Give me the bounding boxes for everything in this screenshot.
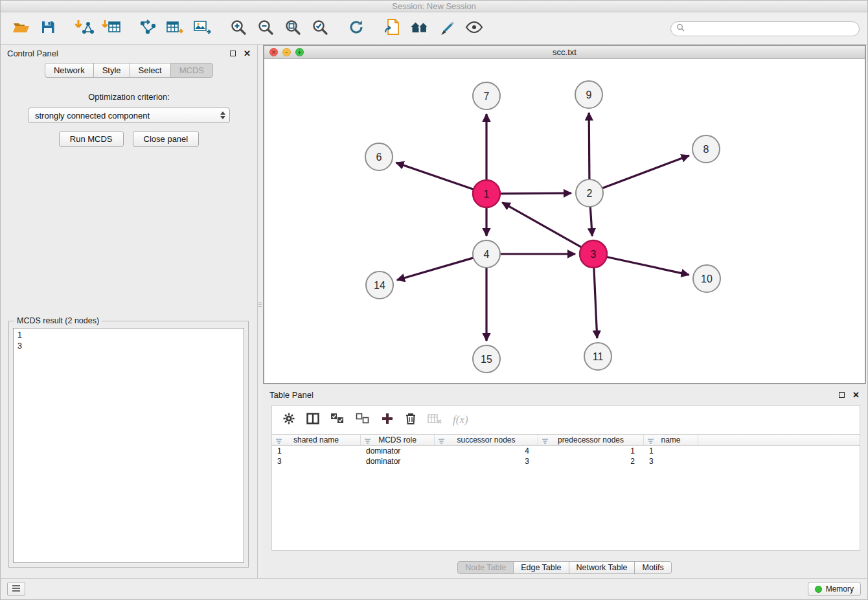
- tab-motifs[interactable]: Motifs: [634, 561, 671, 574]
- graph-node-label: 9: [586, 89, 592, 100]
- import-network-icon: [74, 19, 94, 38]
- mcds-result-text[interactable]: 1 3: [13, 328, 244, 563]
- close-window-icon[interactable]: [269, 48, 278, 56]
- graph-node-label: 6: [376, 152, 382, 163]
- gear-icon: [282, 412, 295, 428]
- table-row[interactable]: 3dominator323: [272, 456, 860, 467]
- graph-edge-3-1[interactable]: [502, 203, 581, 248]
- memory-button[interactable]: Memory: [808, 582, 861, 596]
- tab-edge-table[interactable]: Edge Table: [513, 561, 569, 574]
- table-cell[interactable]: dominator: [361, 446, 435, 456]
- show-hide-button[interactable]: [461, 15, 488, 42]
- graph-edge-2-8[interactable]: [602, 156, 689, 189]
- float-table-panel-icon[interactable]: [839, 392, 845, 398]
- close-panel-icon[interactable]: [244, 51, 251, 57]
- tab-node-table[interactable]: Node Table: [457, 561, 514, 574]
- network-graph[interactable]: 7968124314101511: [264, 60, 864, 384]
- table-cell[interactable]: 1: [272, 446, 361, 456]
- paint-style-button[interactable]: [433, 15, 461, 42]
- sort-icon: [275, 437, 282, 446]
- open-folder-icon: [12, 19, 30, 38]
- unselect-all-button[interactable]: [356, 413, 370, 427]
- open-in-browser-button[interactable]: [379, 15, 406, 42]
- close-table-panel-icon[interactable]: [852, 392, 860, 398]
- minimize-window-icon[interactable]: [282, 48, 291, 56]
- zoom-selected-button[interactable]: [306, 15, 334, 42]
- tab-network-table[interactable]: Network Table: [569, 561, 635, 574]
- table-cell[interactable]: 1: [644, 446, 698, 456]
- tab-style[interactable]: Style: [93, 63, 130, 78]
- run-mcds-button[interactable]: Run MCDS: [59, 131, 124, 147]
- import-network-button[interactable]: [71, 15, 98, 42]
- zoom-in-button[interactable]: [225, 15, 252, 42]
- first-neighbors-button[interactable]: [406, 15, 433, 42]
- export-image-button[interactable]: [188, 15, 216, 42]
- network-window-title: scc.txt: [553, 47, 577, 57]
- column-header-MCDS-role[interactable]: MCDS role: [361, 435, 435, 445]
- table-tabs: Node Table Edge Table Network Table Moti…: [263, 561, 866, 574]
- delete-column-button[interactable]: [405, 412, 417, 428]
- graph-edge-3-11[interactable]: [594, 268, 597, 338]
- table-cell[interactable]: 3: [644, 456, 698, 467]
- mcds-result-title: MCDS result (2 nodes): [14, 316, 102, 325]
- graph-edge-2-3[interactable]: [590, 207, 592, 236]
- table-cell[interactable]: 4: [435, 446, 538, 456]
- tab-network[interactable]: Network: [45, 63, 94, 78]
- show-columns-button[interactable]: [306, 413, 319, 427]
- open-session-button[interactable]: [7, 15, 34, 42]
- search-input[interactable]: [688, 23, 854, 34]
- export-image-icon: [193, 19, 211, 38]
- table-cell[interactable]: 3: [435, 456, 538, 467]
- list-icon: [12, 583, 21, 595]
- table-cell[interactable]: 1: [538, 446, 644, 456]
- graph-edge-1-6[interactable]: [396, 163, 474, 189]
- task-history-button[interactable]: [7, 582, 25, 596]
- network-view-window: scc.txt 7968124314101511: [263, 45, 866, 384]
- zoom-fit-button[interactable]: [279, 15, 306, 42]
- export-table-button[interactable]: [161, 15, 188, 42]
- graph-edge-3-10[interactable]: [607, 257, 689, 275]
- graph-edge-1-2[interactable]: [500, 193, 571, 194]
- maximize-window-icon[interactable]: [295, 48, 304, 56]
- network-canvas[interactable]: 7968124314101511: [264, 60, 865, 383]
- zoom-fit-icon: [284, 19, 301, 38]
- criterion-dropdown[interactable]: strongly connected component: [28, 108, 230, 123]
- select-all-button[interactable]: [330, 413, 345, 427]
- table-row[interactable]: 1dominator411: [272, 446, 860, 456]
- add-column-button[interactable]: [381, 412, 394, 428]
- float-panel-icon[interactable]: [230, 51, 236, 56]
- table-cell[interactable]: 2: [538, 456, 644, 467]
- export-network-button[interactable]: [134, 15, 161, 42]
- table-settings-button[interactable]: [282, 412, 295, 428]
- memory-status-icon: [815, 586, 822, 593]
- document-share-icon: [384, 18, 401, 39]
- delete-table-button[interactable]: [428, 413, 442, 426]
- panel-splitter[interactable]: [258, 45, 263, 578]
- zoom-out-button[interactable]: [252, 15, 279, 42]
- column-header-predecessor-nodes[interactable]: predecessor nodes: [538, 435, 644, 445]
- sort-icon: [647, 437, 654, 446]
- zoom-out-icon: [257, 19, 274, 38]
- column-header-successor-nodes[interactable]: successor nodes: [435, 435, 538, 445]
- column-header-name[interactable]: name: [644, 435, 698, 445]
- graph-edge-2-9[interactable]: [589, 113, 589, 179]
- column-header-shared-name[interactable]: shared name: [272, 435, 361, 445]
- search-box: [670, 21, 860, 36]
- graph-edge-4-14[interactable]: [397, 258, 474, 280]
- save-session-button[interactable]: [34, 15, 62, 42]
- table-cell[interactable]: dominator: [361, 456, 435, 467]
- delete-table-icon: [428, 413, 442, 426]
- tab-mcds[interactable]: MCDS: [170, 63, 213, 78]
- tab-select[interactable]: Select: [130, 63, 171, 78]
- refresh-button[interactable]: [343, 15, 370, 42]
- graph-node-label: 1: [484, 189, 490, 200]
- network-window-titlebar: scc.txt: [264, 46, 865, 59]
- table-cell[interactable]: 3: [272, 456, 361, 467]
- close-panel-button[interactable]: Close panel: [133, 131, 200, 147]
- trash-icon: [405, 412, 417, 428]
- import-table-button[interactable]: [98, 15, 125, 42]
- function-builder-button[interactable]: f(x): [453, 413, 468, 426]
- splitter-grip-icon: [258, 301, 262, 308]
- sort-icon: [438, 437, 445, 446]
- column-label: MCDS role: [378, 435, 417, 444]
